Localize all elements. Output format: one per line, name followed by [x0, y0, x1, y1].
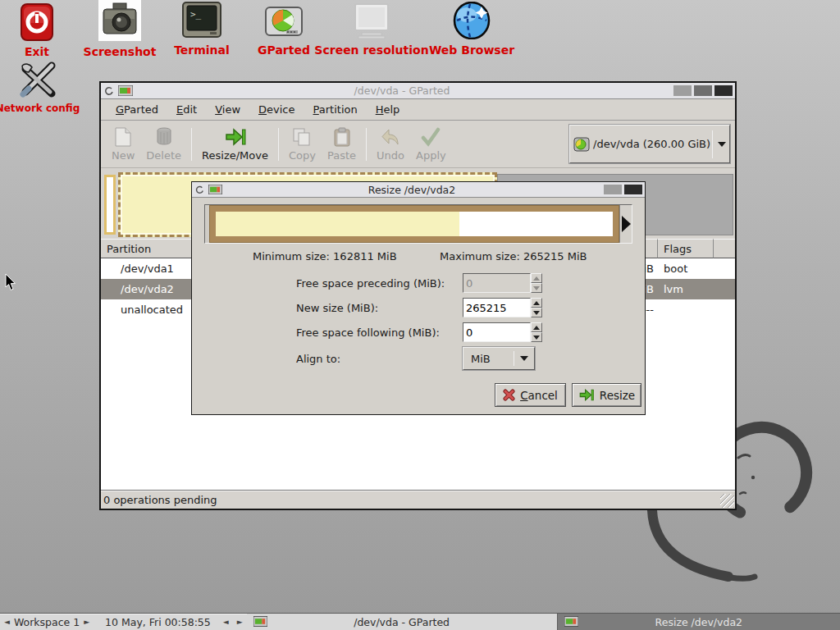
workspace-label: Workspace 1 [14, 616, 80, 628]
resize-move-label: Resize/Move [202, 149, 268, 162]
spin-down-button[interactable] [531, 332, 542, 342]
new-size-label: New size (MiB): [296, 302, 378, 314]
chevron-down-icon [520, 356, 528, 361]
resize-move-icon [225, 127, 246, 147]
paste-icon [333, 127, 351, 147]
desktop-icon-label: Web Browser [418, 43, 525, 57]
free-space-preceding-input[interactable] [463, 273, 531, 293]
workspace-prev-button[interactable]: ◄ [0, 618, 14, 626]
partition-flags: lvm [658, 283, 714, 295]
free-space-following-label: Free space following (MiB): [296, 326, 440, 339]
dialog-title: Resize /dev/vda2 [222, 184, 601, 196]
task-resize-dialog[interactable]: Resize /dev/vda2 [557, 614, 840, 630]
apply-button[interactable]: Apply [410, 123, 452, 166]
handle-arrow-icon [622, 216, 631, 232]
resize-arrow-icon [578, 388, 595, 402]
resize-grip[interactable] [720, 494, 734, 508]
free-space-following-input[interactable] [463, 322, 531, 342]
power-icon [21, 3, 53, 41]
new-partition-icon [114, 127, 132, 147]
statusbar: 0 operations pending [101, 491, 735, 509]
globe-icon [452, 2, 491, 39]
menu-device[interactable]: Device [250, 101, 303, 118]
spin-up-button[interactable] [531, 322, 542, 332]
copy-button[interactable]: Copy [283, 123, 322, 166]
undo-label: Undo [377, 149, 404, 162]
desktop-icon-screen-resolution[interactable]: Screen resolution [310, 3, 433, 57]
partition-block-vda1[interactable] [104, 175, 116, 235]
gparted-titlebar[interactable]: /dev/vda - GParted [101, 83, 735, 99]
delete-icon [155, 127, 173, 147]
slider-partition-frame [209, 205, 619, 243]
apply-icon [421, 127, 441, 147]
spin-up-button[interactable] [531, 298, 542, 308]
dialog-titlebar[interactable]: Resize /dev/vda2 [192, 182, 645, 198]
paste-button[interactable]: Paste [322, 123, 362, 166]
device-selector-value: /dev/vda (260.00 GiB) [590, 138, 712, 150]
chevron-down-icon [718, 142, 726, 147]
desktop-icon-label: Network config [0, 103, 91, 114]
toolbar: New Delete Resize/Move Copy Paste [101, 121, 735, 168]
task-label: /dev/vda - GParted [247, 616, 557, 628]
desktop-icon-label: Screen resolution [310, 43, 433, 57]
desktop-icon-network-config[interactable]: Network config [0, 59, 91, 114]
delete-button[interactable]: Delete [140, 123, 187, 166]
pending-operations-text: 0 operations pending [103, 494, 217, 506]
monitor-icon [350, 3, 393, 39]
dialog-close-button[interactable] [624, 185, 642, 194]
column-header-flags[interactable]: Flags [658, 239, 714, 258]
dialog-used-space [216, 212, 459, 236]
workspace-next-button[interactable]: ► [80, 618, 94, 626]
combo-separator [712, 130, 713, 158]
undo-button[interactable]: Undo [371, 123, 410, 166]
partition-flags: boot [658, 262, 714, 275]
disk-icon [265, 5, 303, 39]
menu-partition[interactable]: Partition [305, 101, 366, 118]
window-swirl-icon [103, 85, 115, 97]
mouse-cursor [5, 274, 16, 291]
cancel-button[interactable]: Cancel [495, 383, 566, 407]
window-next-button[interactable]: ► [233, 618, 247, 626]
resize-button[interactable]: Resize [572, 383, 641, 407]
device-disk-icon [573, 136, 590, 153]
toolbar-separator [278, 128, 279, 161]
menu-gparted[interactable]: GParted [107, 101, 167, 118]
slider-right-handle[interactable] [619, 205, 632, 243]
new-size-field[interactable] [463, 298, 542, 317]
menu-view[interactable]: View [207, 101, 249, 118]
new-button[interactable]: New [106, 123, 140, 166]
resize-dialog: Resize /dev/vda2 Minimum size: 162811 Mi… [191, 181, 646, 415]
new-size-input[interactable] [463, 298, 531, 317]
align-to-dropdown[interactable]: MiB [463, 347, 535, 370]
align-to-label: Align to: [296, 353, 340, 365]
desktop-icon-web-browser[interactable]: Web Browser [418, 2, 525, 57]
cancel-x-icon [503, 389, 515, 401]
svg-text:>_: >_ [190, 9, 202, 20]
free-space-preceding-field[interactable] [463, 273, 542, 293]
spin-down-button[interactable] [531, 283, 542, 293]
combo-separator [514, 351, 514, 366]
spin-up-button[interactable] [531, 273, 542, 283]
column-header-spacer [714, 239, 735, 258]
menu-help[interactable]: Help [368, 101, 409, 118]
gparted-app-icon [208, 185, 222, 194]
device-selector[interactable]: /dev/vda (260.00 GiB) [569, 125, 730, 163]
copy-label: Copy [289, 149, 316, 162]
resize-label: Resize [600, 389, 635, 402]
minimize-button[interactable] [673, 85, 692, 96]
menubar: GParted Edit View Device Partition Help [101, 99, 735, 121]
task-gparted-main[interactable]: /dev/vda - GParted [247, 614, 557, 630]
gparted-app-icon [118, 85, 133, 96]
apply-label: Apply [416, 149, 446, 162]
toolbar-separator [191, 128, 192, 161]
resize-move-button[interactable]: Resize/Move [196, 123, 274, 166]
spin-down-button[interactable] [531, 308, 542, 317]
resize-slider-widget[interactable] [204, 204, 632, 244]
menu-edit[interactable]: Edit [168, 101, 205, 118]
maximum-size-label: Maximum size: 265215 MiB [440, 250, 587, 262]
close-button[interactable] [714, 85, 733, 96]
maximize-button[interactable] [694, 85, 712, 96]
dialog-maximize-button[interactable] [604, 185, 622, 194]
window-prev-button[interactable]: ◄ [219, 618, 233, 626]
free-space-following-field[interactable] [463, 322, 542, 342]
